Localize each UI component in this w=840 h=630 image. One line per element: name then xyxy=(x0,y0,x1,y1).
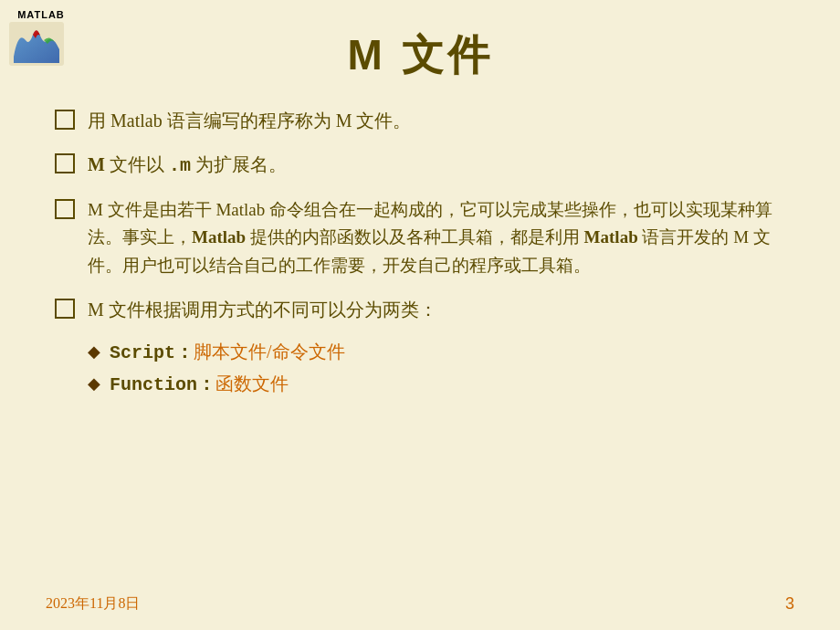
slide: MATLAB M 文件 xyxy=(0,0,840,630)
sub-bullet-function: ◆ Function：函数文件 xyxy=(88,372,785,396)
function-colon: ： xyxy=(197,374,215,395)
bold-m: M xyxy=(88,154,105,174)
bullet-text-2: M 文件以 .m 为扩展名。 xyxy=(88,151,287,180)
bullet-item-3: M 文件是由若干 Matlab 命令组合在一起构成的，它可以完成某些操作，也可以… xyxy=(55,196,785,279)
sub-bullet-script: ◆ Script：脚本文件/命令文件 xyxy=(88,340,785,364)
diamond-icon-2: ◆ xyxy=(88,373,100,394)
matlab-logo: MATLAB xyxy=(9,9,73,64)
bullet-item-1: 用 Matlab 语言编写的程序称为 M 文件。 xyxy=(55,107,785,134)
bold-matlab-2: Matlab xyxy=(584,227,638,247)
function-label: 函数文件 xyxy=(215,373,289,394)
footer-page: 3 xyxy=(785,594,794,614)
bullet-item-2: M 文件以 .m 为扩展名。 xyxy=(55,151,785,180)
content-area: 用 Matlab 语言编写的程序称为 M 文件。 M 文件以 .m 为扩展名。 … xyxy=(46,107,794,396)
page-title: M 文件 xyxy=(46,27,794,84)
checkbox-icon-2 xyxy=(55,153,75,173)
script-keyword: Script xyxy=(110,342,175,363)
bullet-text-3: M 文件是由若干 Matlab 命令组合在一起构成的，它可以完成某些操作，也可以… xyxy=(88,196,785,279)
bullet-text-1: 用 Matlab 语言编写的程序称为 M 文件。 xyxy=(88,107,411,134)
script-label: 脚本文件/命令文件 xyxy=(194,341,345,362)
bullet-text-4: M 文件根据调用方式的不同可以分为两类： xyxy=(88,296,437,323)
diamond-icon-1: ◆ xyxy=(88,341,100,362)
bold-matlab-1: Matlab xyxy=(192,227,246,247)
logo-text: MATLAB xyxy=(9,9,73,20)
function-keyword: Function xyxy=(110,374,197,395)
script-colon: ： xyxy=(175,342,194,363)
footer: 2023年11月8日 3 xyxy=(46,594,794,614)
checkbox-icon-3 xyxy=(55,199,75,219)
bullet-item-4: M 文件根据调用方式的不同可以分为两类： xyxy=(55,296,785,323)
sub-bullet-text-2: Function：函数文件 xyxy=(110,372,289,396)
checkbox-icon-4 xyxy=(55,299,75,319)
sub-bullet-text-1: Script：脚本文件/命令文件 xyxy=(110,340,345,364)
sub-bullets: ◆ Script：脚本文件/命令文件 ◆ Function：函数文件 xyxy=(88,340,785,396)
mono-extension: .m xyxy=(169,155,191,176)
matlab-logo-graphic xyxy=(9,22,64,66)
checkbox-icon-1 xyxy=(55,110,75,130)
footer-date: 2023年11月8日 xyxy=(46,594,140,614)
